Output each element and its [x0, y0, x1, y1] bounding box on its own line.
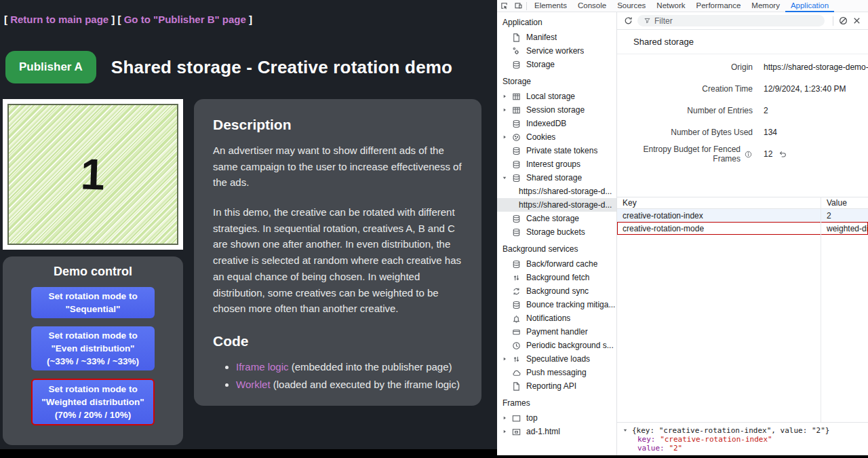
tab-network[interactable]: Network — [651, 0, 690, 12]
column-header-key[interactable]: Key — [617, 198, 821, 208]
sidebar-item-back-forward-cache[interactable]: Back/forward cache — [497, 257, 616, 271]
creative-number: 1 — [80, 149, 106, 199]
sidebar-item-cookies[interactable]: Cookies — [497, 130, 616, 144]
worklet-link[interactable]: Worklet — [236, 379, 271, 390]
sidebar-item-payment-handler[interactable]: Payment handler — [497, 325, 616, 339]
sidebar-item-shared-storage-origin-1[interactable]: https://shared-storage-d... — [497, 185, 616, 198]
sidebar-item-background-sync[interactable]: Background sync — [497, 284, 616, 298]
shared-storage-panel: Filter Shared storage Origin https://sha… — [617, 12, 868, 455]
sidebar-item-storage-buckets[interactable]: Storage buckets — [497, 225, 616, 239]
sidebar-item-local-storage[interactable]: Local storage — [497, 90, 616, 103]
description-paragraph-1: An advertiser may want to show different… — [213, 142, 462, 191]
preview-object: {key: "creative-rotation-index", value: … — [632, 426, 829, 435]
set-sequential-button[interactable]: Set rotation mode to "Sequential" — [31, 287, 155, 318]
divider — [526, 2, 527, 10]
device-toolbar-icon[interactable] — [511, 0, 526, 12]
chevron-right-icon[interactable] — [500, 427, 509, 436]
database-icon — [511, 227, 521, 237]
column-header-value[interactable]: Value — [821, 198, 868, 208]
database-icon — [511, 145, 521, 156]
tab-performance[interactable]: Performance — [691, 0, 747, 12]
database-icon — [511, 259, 521, 269]
frame-icon — [511, 413, 521, 423]
iframe-logic-link[interactable]: Iframe logic — [236, 361, 289, 373]
tab-memory[interactable]: Memory — [746, 0, 785, 12]
sidebar-item-background-fetch[interactable]: Background fetch — [497, 271, 616, 284]
cookie-icon — [511, 132, 521, 142]
chevron-right-icon[interactable] — [500, 106, 509, 115]
tab-application[interactable]: Application — [785, 0, 834, 12]
tab-sources[interactable]: Sources — [612, 0, 651, 12]
reset-budget-icon[interactable] — [778, 149, 787, 159]
filter-placeholder: Filter — [654, 16, 673, 26]
chevron-right-icon[interactable] — [500, 355, 509, 364]
refresh-icon[interactable] — [621, 14, 635, 28]
filter-input[interactable]: Filter — [637, 15, 825, 26]
sidebar-item-private-state-tokens[interactable]: Private state tokens — [497, 144, 616, 157]
application-sidebar: Application Manifest Service workers Sto… — [497, 12, 617, 455]
meta-row-origin: Origin https://shared-storage-demo-co — [617, 56, 868, 78]
database-icon — [511, 299, 521, 310]
sidebar-item-manifest[interactable]: Manifest — [497, 31, 616, 44]
meta-label: Number of Entries — [617, 106, 753, 115]
sidebar-item-push-messaging[interactable]: Push messaging — [497, 366, 616, 379]
database-icon — [511, 118, 521, 129]
property-value: "creative-rotation-index" — [660, 435, 772, 444]
tab-console[interactable]: Console — [572, 0, 612, 12]
document-icon — [511, 32, 521, 43]
meta-value: 2 — [764, 106, 768, 115]
sidebar-item-frame-top[interactable]: top — [497, 411, 616, 425]
chevron-right-icon[interactable] — [500, 92, 509, 101]
meta-label: Origin — [617, 62, 753, 72]
table-row-creative-rotation-index[interactable]: creative-rotation-index 2 — [617, 209, 868, 222]
info-icon[interactable] — [744, 150, 753, 159]
database-icon — [511, 159, 521, 170]
sidebar-item-shared-storage[interactable]: Shared storage — [497, 171, 616, 185]
table-row-creative-rotation-mode[interactable]: creative-rotation-mode weighted-dist — [617, 222, 868, 235]
sidebar-item-session-storage[interactable]: Session storage — [497, 103, 616, 117]
meta-label: Number of Bytes Used — [617, 128, 753, 137]
close-icon[interactable] — [850, 14, 863, 28]
sidebar-item-service-workers[interactable]: Service workers — [497, 44, 616, 58]
block-icon[interactable] — [836, 14, 850, 28]
column-divider[interactable] — [821, 197, 821, 422]
divider — [833, 16, 833, 26]
demo-control-card: Demo control Set rotation mode to "Seque… — [3, 256, 183, 445]
bracket: ] — [111, 14, 115, 25]
payment-card-icon — [511, 326, 521, 337]
sidebar-item-indexeddb[interactable]: IndexedDB — [497, 117, 616, 130]
iframe-icon — [511, 426, 521, 437]
property-name: value: — [637, 444, 665, 453]
inspect-element-icon[interactable] — [497, 0, 511, 12]
chevron-right-icon[interactable] — [500, 414, 509, 423]
sidebar-item-frame-ad1[interactable]: ad-1.html — [497, 425, 616, 438]
sidebar-item-cache-storage[interactable]: Cache storage — [497, 212, 616, 225]
tab-elements[interactable]: Elements — [529, 0, 572, 12]
table-header: Key Value — [617, 197, 868, 209]
sidebar-item-bounce-tracking[interactable]: Bounce tracking mitiga... — [497, 298, 616, 311]
sidebar-item-reporting-api[interactable]: Reporting API — [497, 379, 616, 393]
list-item: Iframe logic (embedded into the publishe… — [236, 359, 462, 375]
meta-value: 12 — [764, 149, 772, 159]
cell-key: creative-rotation-mode — [617, 224, 821, 233]
sidebar-item-interest-groups[interactable]: Interest groups — [497, 157, 616, 171]
up-down-arrows-icon — [511, 354, 521, 364]
bracket: ] — [249, 14, 252, 25]
expand-caret-icon[interactable] — [623, 427, 632, 433]
publisher-b-link[interactable]: Go to "Publisher B" page — [124, 14, 246, 25]
sidebar-item-speculative-loads[interactable]: Speculative loads — [497, 352, 616, 366]
sidebar-item-storage[interactable]: Storage — [497, 58, 616, 71]
code-list: Iframe logic (embedded into the publishe… — [236, 359, 462, 392]
description-paragraph-2: In this demo, the creative can be rotate… — [213, 204, 462, 317]
sidebar-item-shared-storage-origin-2[interactable]: https://shared-storage-d... — [497, 198, 616, 212]
meta-row-bytes-used: Number of Bytes Used 134 — [617, 121, 868, 143]
chevron-down-icon[interactable] — [500, 174, 509, 183]
set-even-distribution-button[interactable]: Set rotation mode to "Even distribution"… — [31, 326, 155, 370]
property-name: key: — [637, 435, 656, 444]
return-to-main-link[interactable]: Return to main page — [10, 14, 108, 25]
chevron-right-icon[interactable] — [500, 133, 509, 142]
sidebar-item-notifications[interactable]: Notifications — [497, 311, 616, 325]
sidebar-item-periodic-background-sync[interactable]: Periodic background s... — [497, 339, 616, 352]
set-weighted-distribution-button[interactable]: Set rotation mode to "Weighted distribut… — [31, 379, 155, 425]
sync-icon — [511, 286, 521, 297]
